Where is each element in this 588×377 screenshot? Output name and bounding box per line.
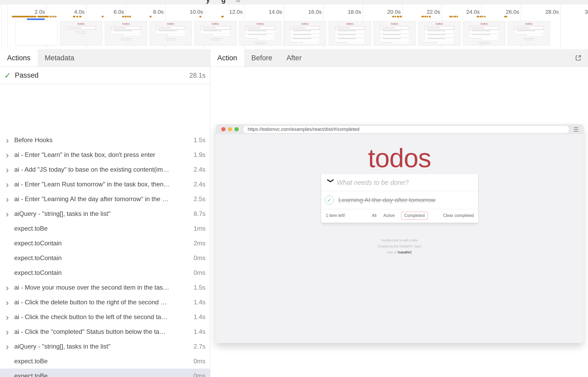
timeline-tick-label: 26.0s (481, 9, 519, 15)
timeline-action-mark (424, 16, 426, 17)
thumbnail-todos-title: todos (508, 22, 550, 25)
tab-actions[interactable]: Actions (0, 49, 38, 67)
expand-chevron-icon[interactable]: › (6, 182, 14, 187)
timeline-action-mark (37, 16, 49, 17)
action-row[interactable]: ›expect.toContain0ms (0, 265, 210, 280)
browser-snapshot-window: https://todomvc.com/examples/react/dist/… (215, 124, 584, 343)
open-external-icon[interactable] (574, 49, 582, 67)
expand-chevron-icon[interactable]: › (6, 344, 14, 349)
new-todo-row[interactable]: ❯ What needs to be done? (321, 174, 478, 191)
action-duration: 1.4s (191, 328, 210, 335)
action-label: expect.toBe (14, 372, 48, 377)
todo-item[interactable]: ✓ Learning AI the day after tomorrow (321, 191, 478, 209)
action-label: aiQuery - "string[], tasks in the list" (14, 343, 110, 350)
action-label: ai - Click the check button to the left … (14, 313, 168, 321)
todomvc-brand[interactable]: TodoMVC (397, 251, 412, 254)
tab-action[interactable]: Action (210, 49, 244, 67)
action-duration: 0ms (191, 358, 210, 365)
expand-chevron-icon[interactable]: › (6, 285, 14, 290)
expand-chevron-icon[interactable]: › (6, 167, 14, 172)
expand-chevron-icon[interactable]: › (6, 329, 14, 334)
film-strip-thumbnail[interactable]: todos (329, 21, 371, 45)
action-row[interactable]: ›ai - Click the check button to the left… (0, 310, 210, 324)
expand-chevron-icon[interactable]: › (6, 196, 14, 202)
timeline-action-mark (50, 16, 51, 17)
clear-completed-button[interactable]: Clear completed (443, 213, 474, 218)
action-row[interactable]: ›expect.toBe1ms (0, 221, 210, 236)
filter-completed[interactable]: Completed (401, 212, 428, 220)
action-row[interactable]: ›ai - Add "JS today" to base on the exis… (0, 162, 210, 177)
menu-icon[interactable] (574, 127, 578, 132)
action-duration: 1.4s (191, 313, 210, 321)
action-row[interactable]: ›ai - Enter "Learn Rust tomorrow" in the… (0, 177, 210, 192)
timeline-action-mark (504, 16, 507, 17)
action-row[interactable]: ›ai - Click the delete button to the rig… (0, 295, 210, 310)
expand-chevron-icon[interactable]: › (6, 211, 14, 216)
action-row[interactable]: ›aiQuery - "string[], tasks in the list"… (0, 339, 210, 354)
tab-after[interactable]: After (280, 49, 309, 67)
timeline-action-mark (395, 16, 396, 17)
toggle-all-chevron-icon[interactable]: ❯ (327, 178, 335, 187)
info-line-1: Double-click to edit a todo (215, 237, 584, 244)
timeline-action-mark (427, 16, 428, 17)
timeline-action-mark (53, 16, 55, 17)
action-label: ai - Enter "Learning AI the day after to… (14, 195, 168, 203)
film-strip-thumbnail[interactable]: todos (508, 21, 550, 45)
timeline-tick-label: 4.0s (47, 9, 85, 15)
todo-check-icon[interactable]: ✓ (325, 196, 334, 205)
timeline-gridline (1, 4, 2, 49)
todo-item-text: Learning AI the day after tomorrow (339, 196, 435, 204)
film-strip-thumbnail[interactable]: todos (463, 21, 505, 45)
timeline-action-mark (454, 16, 456, 17)
tab-metadata[interactable]: Metadata (38, 49, 82, 67)
todos-title: todos (215, 145, 584, 171)
action-row[interactable]: ›expect.toContain0ms (0, 251, 210, 265)
filter-active[interactable]: Active (383, 212, 395, 219)
thumbnail-todos-title: todos (150, 22, 192, 25)
action-row[interactable]: ›ai - Enter "Learning AI the day after t… (0, 192, 210, 206)
action-duration: 1.5s (191, 284, 210, 291)
action-duration: 1.4s (191, 299, 210, 306)
action-label: ai - Move your mouse over the second ite… (14, 284, 169, 291)
timeline-action-mark (392, 16, 394, 17)
action-row[interactable]: ›expect.toContain2ms (0, 236, 210, 251)
action-row[interactable]: ›aiQuery - "string[], tasks in the list"… (0, 206, 210, 221)
browser-chrome-bar: https://todomvc.com/examples/react/dist/… (215, 124, 584, 134)
film-strip-thumbnail[interactable]: todos (60, 21, 102, 45)
action-label: ai - Enter "Learn" in the task box, don'… (14, 151, 155, 158)
tab-before[interactable]: Before (244, 49, 280, 67)
film-strip-thumbnail[interactable] (15, 21, 57, 45)
expand-chevron-icon[interactable]: › (6, 152, 14, 157)
thumbnail-todos-title: todos (105, 22, 147, 25)
film-strip-thumbnail[interactable]: todos (374, 21, 416, 45)
address-bar[interactable]: https://todomvc.com/examples/react/dist/… (243, 126, 569, 133)
action-row[interactable]: ›Before Hooks1.5s (0, 133, 210, 147)
action-row[interactable]: ›expect.toBe0ms (0, 369, 210, 377)
action-row[interactable]: ›expect.toBe0ms (0, 354, 210, 369)
timeline-selected-range-bar (27, 18, 45, 20)
timeline-tick-label: 10.0s (165, 9, 203, 15)
timeline-tick-label: 24.0s (442, 9, 480, 15)
film-strip-thumbnail[interactable]: todos (239, 21, 281, 45)
timeline-action-mark (429, 16, 431, 17)
trace-timeline[interactable]: 2.0s4.0s6.0s8.0s10.0s12.0s14.0s16.0s18.0… (0, 4, 588, 49)
expand-chevron-icon[interactable]: › (6, 137, 14, 143)
timeline-tick-label: 20.0s (363, 9, 401, 15)
film-strip-thumbnail[interactable]: todos (150, 21, 192, 45)
timeline-action-mark (397, 16, 399, 17)
expand-chevron-icon[interactable]: › (6, 314, 14, 320)
thumbnail-todos-title: todos (284, 22, 326, 25)
film-strip-thumbnail[interactable]: todos (418, 21, 460, 45)
action-duration: 0ms (191, 372, 210, 377)
film-strip-thumbnail[interactable]: todos (194, 21, 237, 45)
filter-all[interactable]: All (371, 212, 377, 219)
film-strip-thumbnail[interactable]: todos (105, 21, 147, 45)
expand-chevron-icon[interactable]: › (6, 300, 14, 305)
action-row[interactable]: ›ai - Move your mouse over the second it… (0, 280, 210, 295)
timeline-action-mark (482, 16, 483, 17)
action-row[interactable]: ›ai - Click the "completed" Status butto… (0, 324, 210, 339)
action-row[interactable]: ›ai - Enter "Learn" in the task box, don… (0, 147, 210, 162)
film-strip-thumbnail[interactable]: todos (284, 21, 326, 45)
timeline-action-mark (400, 16, 402, 17)
action-duration: 2ms (191, 240, 210, 247)
